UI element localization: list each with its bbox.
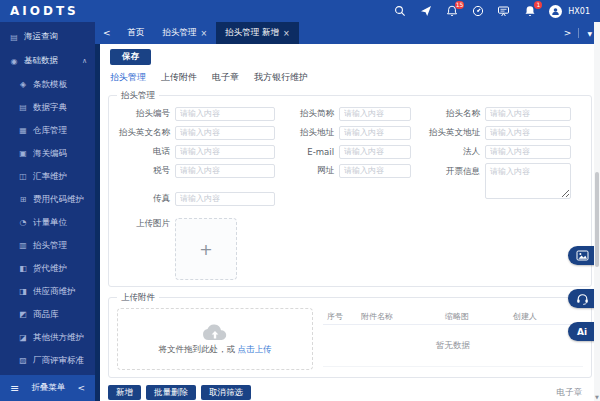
stamp-toolbar: 新增 批量删除 取消筛选 电子章 [108, 385, 592, 400]
alert-badge: 1 [534, 1, 542, 9]
header-english-address-input[interactable] [485, 126, 571, 140]
product-library-icon: ◩ [18, 310, 28, 319]
menu-icon[interactable]: ≡ [10, 382, 19, 395]
form-field: 网址 [287, 163, 425, 178]
app-window: AIODTS 15 1 [0, 0, 600, 401]
board-icon[interactable] [497, 5, 510, 18]
header-name-input[interactable] [485, 107, 571, 121]
sidebar-item-product-library[interactable]: ◩ 商品库 [0, 303, 95, 326]
header-english-name-input[interactable] [175, 126, 275, 140]
sidebar-item-label: 抬头管理 [33, 240, 67, 252]
subtab-header-management[interactable]: 抬头管理 [110, 71, 146, 84]
sidebar-item-customs-code[interactable]: ▣ 海关编码 [0, 142, 95, 165]
sidebar-item-base-data[interactable]: ◉ 基础数据 ∧ [0, 49, 95, 73]
tab-header-management-new[interactable]: 抬头管理 新增 × [216, 22, 298, 44]
image-fab-button[interactable] [568, 246, 596, 265]
sidebar-item-header-management[interactable]: ▥ 抬头管理 [0, 234, 95, 257]
header-management-icon: ▥ [18, 241, 28, 250]
sidebar-item-label: 厂商评审标准 [33, 355, 84, 367]
tax-number-input[interactable] [175, 164, 275, 178]
form-field: 电话 [109, 144, 287, 159]
tab-bar: < 首页 抬头管理 × 抬头管理 新增 × > ▼ [95, 22, 600, 44]
tab-scroll-left-icon[interactable]: < [95, 28, 119, 38]
field-label: 税号 [109, 165, 175, 177]
sidebar-collapse-bar[interactable]: ≡ 折叠菜单 < [0, 375, 95, 401]
upload-image-button[interactable]: + [175, 218, 237, 280]
scrollbar-down-arrow-icon[interactable]: ▼ [594, 394, 600, 400]
sidebar-item-label: 费用代码维护 [33, 194, 84, 206]
ai-fab-button[interactable]: Ai [568, 322, 596, 341]
sidebar-item-clause-template[interactable]: ◈ 条款模板 [0, 73, 95, 96]
form-field: E-mail [287, 144, 425, 159]
legal-person-input[interactable] [485, 145, 571, 159]
subtab-our-bank[interactable]: 我方银行维护 [254, 71, 308, 84]
content-scrollbar[interactable]: ▼ [594, 22, 600, 401]
tab-home[interactable]: 首页 [119, 22, 154, 44]
add-button[interactable]: 新增 [108, 385, 141, 400]
alert-bell-icon[interactable]: 1 [523, 5, 536, 18]
tab-label: 抬头管理 新增 [225, 27, 279, 39]
field-label: 抬头编号 [109, 108, 175, 120]
sidebar-item-label: 海关编码 [33, 148, 67, 160]
header-code-input[interactable] [175, 107, 275, 121]
message-bell-icon[interactable]: 15 [445, 5, 458, 18]
sidebar-item-sea-query[interactable]: ▤ 海运查询 [0, 25, 95, 49]
field-label: 抬头名称 [425, 108, 485, 120]
send-icon[interactable] [419, 5, 432, 18]
username-label[interactable]: HX01 [568, 7, 590, 16]
sidebar-item-other-vendor[interactable]: ◪ 其他供方维护 [0, 326, 95, 349]
app-logo: AIODTS [10, 4, 79, 18]
sidebar-item-fee-code[interactable]: ⊞ 费用代码维护 [0, 188, 95, 211]
headset-icon [576, 293, 589, 305]
header-address-input[interactable] [339, 126, 411, 140]
sidebar-item-unit[interactable]: ◔ 计量单位 [0, 211, 95, 234]
search-icon[interactable] [393, 5, 406, 18]
sidebar-item-data-dictionary[interactable]: ▤ 数据字典 [0, 96, 95, 119]
dashboard-icon[interactable] [471, 5, 484, 18]
sidebar-item-vendor-review[interactable]: ▨ 厂商评审标准 [0, 349, 95, 372]
sidebar-item-label: 基础数据 [24, 55, 58, 67]
click-upload-link[interactable]: 点击上传 [238, 344, 272, 354]
attachments-table-header: 序号 附件名称 缩略图 创建人 [323, 308, 583, 325]
file-dropzone[interactable]: 将文件拖到此处，或 点击上传 [117, 308, 313, 370]
main-area: ▤ 海运查询 ◉ 基础数据 ∧ ◈ 条款模板 ▤ 数据字典 ▦ [0, 22, 600, 401]
sidebar-item-warehouse[interactable]: ▦ 仓库管理 [0, 119, 95, 142]
subtab-e-stamp[interactable]: 电子章 [212, 71, 239, 84]
cloud-upload-icon [202, 323, 228, 342]
batch-delete-button[interactable]: 批量删除 [146, 385, 196, 400]
tab-header-management[interactable]: 抬头管理 × [154, 22, 217, 44]
upload-image-field: 上传图片 + [109, 218, 287, 280]
attachments-body: 将文件拖到此处，或 点击上传 序号 附件名称 缩略图 创建人 暂无数据 [109, 298, 591, 377]
sidebar-item-label: 汇率维护 [33, 171, 67, 183]
cancel-filter-button[interactable]: 取消筛选 [201, 385, 251, 400]
tab-scroll-right-icon[interactable]: > [557, 28, 580, 38]
fax-input[interactable] [175, 192, 275, 206]
form-field: 开票信息 [425, 163, 581, 199]
header-short-name-input[interactable] [339, 107, 411, 121]
message-badge: 15 [455, 1, 465, 9]
close-icon[interactable]: × [283, 29, 290, 38]
sidebar-item-exchange-rate[interactable]: ◫ 汇率维护 [0, 165, 95, 188]
sidebar-item-supplier[interactable]: ◨ 供应商维护 [0, 280, 95, 303]
tab-label: 首页 [128, 27, 145, 39]
scrollbar-thumb[interactable] [595, 172, 599, 267]
form-field: 法人 [425, 144, 581, 159]
subtab-upload-attachment[interactable]: 上传附件 [161, 71, 197, 84]
email-input[interactable] [339, 145, 411, 159]
chevron-up-icon: ∧ [82, 57, 87, 65]
chevron-left-icon[interactable]: < [77, 383, 85, 393]
section-title: 抬头管理 [117, 90, 159, 102]
user-avatar[interactable] [549, 5, 562, 18]
sidebar-item-forwarder[interactable]: ◧ 货代维护 [0, 257, 95, 280]
close-icon[interactable]: × [201, 29, 208, 38]
sidebar-item-label: 货代维护 [33, 263, 67, 275]
customer-service-fab-button[interactable] [568, 289, 596, 308]
phone-input[interactable] [175, 145, 275, 159]
column-header: 序号 [323, 311, 361, 322]
invoice-info-textarea[interactable] [485, 163, 571, 199]
form-field: 抬头简称 [287, 106, 425, 121]
website-input[interactable] [339, 164, 411, 178]
save-button[interactable]: 保存 [110, 49, 151, 65]
detail-subtabs: 抬头管理 上传附件 电子章 我方银行维护 [108, 69, 592, 89]
page-content: 保存 抬头管理 上传附件 电子章 我方银行维护 抬头管理 抬头编号 [95, 44, 600, 401]
